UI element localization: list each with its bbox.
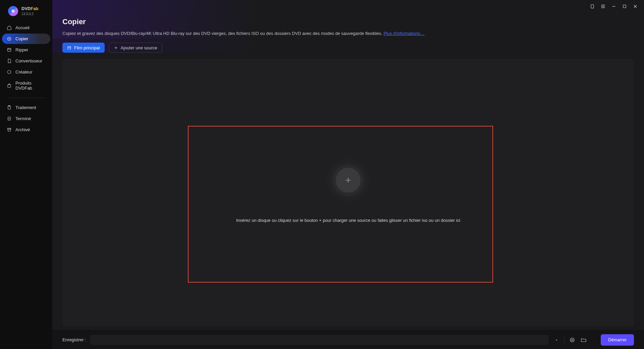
file-icon [7, 58, 12, 63]
more-info-link[interactable]: Plus d'informations… [383, 31, 424, 36]
sidebar-item-label: Archivé [15, 127, 30, 132]
check-icon [7, 116, 12, 121]
archive-icon [7, 127, 12, 132]
footer: Enregistrer : Démarrer [52, 330, 644, 349]
sidebar-item-archive[interactable]: Archivé [2, 124, 50, 135]
sidebar-item-label: Créateur [15, 69, 33, 74]
add-source-circle[interactable] [336, 168, 361, 193]
sidebar-item-label: Produits DVDFab [15, 81, 46, 91]
start-button[interactable]: Démarrer [601, 334, 634, 346]
sidebar-item-convertisseur[interactable]: Convertisseur [2, 56, 50, 66]
home-icon [7, 25, 12, 30]
sidebar-item-traitement[interactable]: Traitement [2, 102, 50, 113]
sidebar-item-produits[interactable]: Produits DVDFab [2, 78, 50, 93]
svg-rect-12 [591, 5, 594, 8]
plus-icon [114, 46, 118, 50]
minimize-icon[interactable] [611, 4, 616, 9]
svg-point-1 [13, 11, 14, 12]
maximize-icon[interactable] [622, 4, 627, 9]
svg-rect-14 [68, 46, 71, 49]
box-icon [7, 47, 12, 52]
main-area: Copier Copiez et gravez des disques DVD/… [52, 0, 644, 349]
clipboard-icon [7, 105, 12, 110]
nav-main: Accueil Copier Ripper Convertisseur Créa… [0, 22, 52, 135]
notifications-icon[interactable] [590, 4, 595, 9]
svg-point-15 [570, 338, 574, 342]
bag-icon [7, 83, 12, 88]
close-icon[interactable] [633, 4, 638, 9]
sparkle-icon [7, 69, 12, 74]
svg-point-2 [8, 37, 11, 41]
page-description: Copiez et gravez des disques DVD/Blu-ray… [62, 31, 634, 36]
folder-output-icon[interactable] [580, 337, 587, 343]
content: Insérez un disque ou cliquez sur le bout… [52, 53, 644, 330]
save-path-input[interactable] [90, 335, 549, 345]
divider [564, 336, 565, 344]
sidebar-item-accueil[interactable]: Accueil [2, 22, 50, 33]
save-label: Enregistrer : [62, 337, 86, 342]
app-logo: DVDFab 13.0.0.2 [0, 5, 52, 22]
sidebar-item-label: Copier [15, 36, 28, 41]
svg-rect-11 [8, 129, 11, 131]
page-header: Copier Copiez et gravez des disques DVD/… [52, 13, 644, 39]
save-path-dropdown[interactable] [553, 338, 560, 342]
logo-icon [8, 6, 18, 16]
nav-divider [7, 98, 46, 98]
menu-icon[interactable] [600, 4, 606, 9]
sidebar-item-label: Ripper [15, 47, 28, 52]
app-version: 13.0.0.2 [21, 12, 39, 16]
svg-rect-13 [623, 5, 626, 8]
sidebar-item-label: Convertisseur [15, 58, 42, 63]
svg-rect-6 [8, 85, 11, 87]
titlebar [52, 0, 644, 13]
movie-icon [67, 46, 71, 50]
iso-output-icon[interactable] [569, 337, 576, 343]
add-source-button[interactable]: Ajouter une source [109, 43, 162, 53]
sidebar-item-label: Accueil [15, 25, 30, 30]
main-movie-button[interactable]: Film principal [62, 43, 105, 53]
page-title: Copier [62, 17, 634, 26]
sidebar-item-ripper[interactable]: Ripper [2, 45, 50, 55]
disc-icon [7, 36, 12, 41]
toolbar: Film principal Ajouter une source [52, 39, 644, 53]
brand-name: DVDFab [21, 6, 39, 11]
sidebar-item-copier[interactable]: Copier [2, 34, 50, 44]
svg-point-5 [8, 70, 11, 74]
svg-point-3 [9, 38, 10, 39]
sidebar-item-termine[interactable]: Terminé [2, 113, 50, 124]
drop-hint: Insérez un disque ou cliquez sur le bout… [236, 218, 460, 223]
sidebar-item-createur[interactable]: Créateur [2, 67, 50, 77]
svg-point-16 [572, 339, 573, 341]
sidebar: DVDFab 13.0.0.2 Accueil Copier Ripper Co… [0, 0, 52, 349]
drop-area[interactable]: Insérez un disque ou cliquez sur le bout… [62, 59, 634, 326]
sidebar-item-label: Terminé [15, 116, 31, 121]
plus-icon [344, 176, 353, 185]
sidebar-item-label: Traitement [15, 105, 36, 110]
svg-rect-4 [8, 48, 11, 51]
